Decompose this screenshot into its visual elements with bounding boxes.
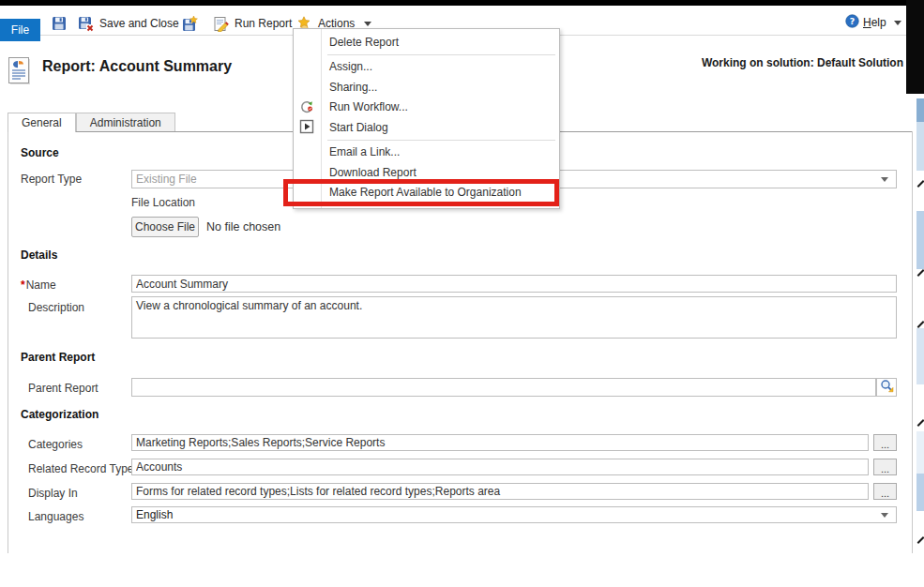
crm-report-window: File Save and Close Run Report: [0, 0, 924, 587]
name-input[interactable]: [131, 275, 897, 293]
languages-select[interactable]: English: [131, 506, 897, 523]
help-menu-button[interactable]: ? Help: [845, 14, 901, 31]
tab-strip: General Administration: [8, 113, 175, 132]
related-record-types-ellipsis-button[interactable]: ...: [873, 459, 897, 475]
parent-report-input[interactable]: [131, 378, 876, 397]
menu-separator: [327, 140, 555, 141]
file-location-label: File Location: [131, 196, 195, 209]
save-and-close-label: Save and Close: [99, 17, 179, 30]
actions-caret-icon: [364, 22, 371, 26]
start-dialog-icon: [299, 119, 314, 137]
description-textarea[interactable]: View a chronological summary of an accou…: [131, 296, 897, 339]
tab-general[interactable]: General: [8, 113, 76, 132]
save-and-new-icon: [182, 16, 198, 32]
source-section-heading: Source: [21, 146, 59, 159]
languages-label: Languages: [28, 510, 83, 523]
categories-input[interactable]: [131, 434, 869, 451]
parent-report-label: Parent Report: [28, 382, 98, 395]
help-icon: ?: [845, 14, 859, 31]
categories-label: Categories: [28, 438, 83, 451]
background-window-corner: [906, 0, 924, 94]
menu-separator: [327, 54, 555, 55]
save-and-new-button[interactable]: [182, 13, 198, 34]
file-tab[interactable]: File: [0, 19, 40, 41]
categories-ellipsis-button[interactable]: ...: [873, 434, 897, 451]
menu-item-sharing[interactable]: Sharing...: [294, 77, 559, 98]
parent-report-lookup-button[interactable]: [876, 378, 897, 397]
name-label: *Name: [21, 278, 56, 292]
menu-item-download-report[interactable]: Download Report: [294, 162, 559, 183]
display-in-input[interactable]: [131, 483, 869, 500]
menu-item-make-report-available[interactable]: Make Report Available to Organization: [294, 183, 559, 203]
content-right-border: [912, 131, 913, 553]
run-workflow-icon: [299, 99, 314, 117]
svg-text:?: ?: [850, 16, 856, 26]
report-type-caret-icon: [881, 177, 888, 182]
categorization-section-heading: Categorization: [21, 408, 98, 421]
description-label: Description: [28, 301, 84, 314]
save-and-close-icon: [78, 16, 94, 32]
run-report-label: Run Report: [235, 17, 292, 30]
save-and-close-button[interactable]: Save and Close: [78, 13, 179, 34]
window-edge-pattern: [916, 94, 924, 558]
report-icon: [8, 56, 33, 91]
menu-item-delete-report[interactable]: Delete Report: [294, 32, 559, 53]
related-record-types-label: Related Record Types: [28, 462, 140, 475]
languages-caret-icon: [881, 513, 888, 518]
menu-item-email-a-link[interactable]: Email a Link...: [294, 143, 559, 163]
content-left-border: [8, 131, 8, 553]
lookup-magnifier-icon: [880, 379, 894, 397]
related-record-types-input[interactable]: [131, 459, 869, 475]
solution-note: Working on solution: Default Solution: [702, 56, 903, 69]
choose-file-button[interactable]: Choose File: [131, 217, 199, 237]
save-icon: [52, 16, 67, 31]
menu-item-assign[interactable]: Assign...: [294, 57, 559, 78]
menu-item-run-workflow[interactable]: Run Workflow...: [294, 98, 559, 118]
page-title: Report: Account Summary: [42, 58, 232, 75]
file-tab-label: File: [11, 23, 29, 37]
display-in-label: Display In: [28, 487, 78, 500]
required-asterisk: *: [21, 278, 25, 292]
display-in-ellipsis-button[interactable]: ...: [873, 483, 897, 500]
report-type-label: Report Type: [21, 173, 82, 186]
run-report-button[interactable]: Run Report: [213, 13, 292, 34]
tab-administration[interactable]: Administration: [76, 113, 175, 132]
help-label: Help: [863, 16, 886, 29]
actions-dropdown-menu: Delete Report Assign... Sharing... Run W…: [293, 28, 560, 209]
save-button[interactable]: [52, 13, 67, 34]
run-report-icon: [213, 16, 229, 32]
no-file-chosen-text: No file chosen: [206, 220, 280, 233]
help-caret-icon: [894, 21, 901, 25]
parent-report-section-heading: Parent Report: [21, 351, 95, 364]
details-section-heading: Details: [21, 248, 57, 262]
menu-item-start-dialog[interactable]: Start Dialog: [294, 117, 559, 138]
